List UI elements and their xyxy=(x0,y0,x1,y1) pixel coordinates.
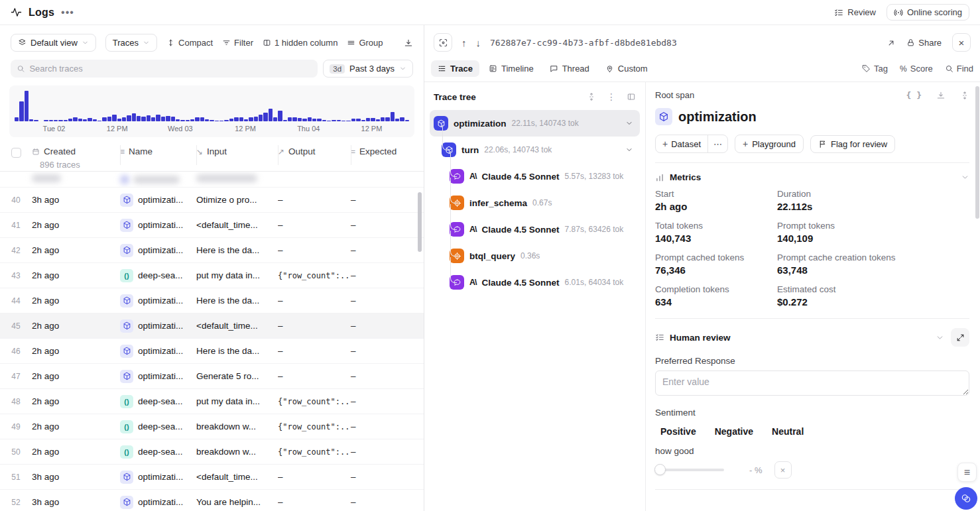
expected-cell: – xyxy=(351,245,424,255)
move-icon[interactable] xyxy=(960,91,969,100)
sentiment-positive-button[interactable]: Positive xyxy=(660,426,696,437)
expand-review-button[interactable] xyxy=(951,328,969,347)
how-good-slider[interactable] xyxy=(655,469,724,471)
chevron-down-icon[interactable] xyxy=(625,146,633,154)
trace-tree-item[interactable]: btql_query 0.36s xyxy=(430,243,640,269)
text-icon: ≡ xyxy=(120,147,125,156)
human-review-section-header[interactable]: Human review xyxy=(655,319,969,353)
score-button[interactable]: % Score xyxy=(900,64,933,74)
filter-button[interactable]: Filter xyxy=(222,38,253,48)
name-cell: () optimizati... xyxy=(120,194,196,207)
chevron-down-icon[interactable] xyxy=(625,119,633,127)
brand-button[interactable] xyxy=(955,487,977,510)
tag-button[interactable]: Tag xyxy=(862,64,888,74)
view-json-button[interactable]: { } xyxy=(906,90,922,100)
table-row[interactable]: 41 2h ago () optimizati... <default_time… xyxy=(0,213,424,238)
histogram-bar xyxy=(117,119,121,121)
histogram-bar xyxy=(171,117,175,121)
table-row[interactable]: 44 2h ago () optimizati... Here is the d… xyxy=(0,288,424,313)
focus-trace-button[interactable] xyxy=(434,33,452,52)
table-header: Created ≡ Name ↘ Input ↗ Output = Expect… xyxy=(0,142,424,172)
clear-score-button[interactable]: × xyxy=(774,461,792,479)
search-traces-box[interactable] xyxy=(11,60,318,78)
table-row[interactable]: 46 2h ago () optimizati... Here is the d… xyxy=(0,339,424,364)
add-to-dataset-button[interactable]: + Dataset xyxy=(656,135,707,152)
trace-tree-item[interactable]: A\ Claude 4.5 Sonnet 7.87s, 63426 tok xyxy=(430,216,640,243)
preferred-response-input[interactable] xyxy=(655,370,969,396)
tree-menu-button[interactable]: ⋮ xyxy=(607,91,616,102)
trace-tree-item[interactable]: A\ Claude 4.5 Sonnet 5.57s, 13283 tok xyxy=(430,163,640,190)
floating-menu-button[interactable]: ≡ xyxy=(957,463,977,482)
next-trace-button[interactable]: ↓ xyxy=(476,37,481,48)
table-row[interactable]: 51 3h ago () optimizati... <default_time… xyxy=(0,465,424,490)
column-header-expected[interactable]: = Expected xyxy=(351,146,424,156)
previous-trace-button[interactable]: ↑ xyxy=(461,37,467,48)
tag-icon xyxy=(862,64,871,73)
metric-item: Prompt cache creation tokens 63,748 xyxy=(777,253,969,276)
column-header-output[interactable]: ↗ Output xyxy=(278,146,351,156)
histogram-bar xyxy=(137,116,141,121)
online-scoring-button[interactable]: Online scoring xyxy=(887,4,969,21)
span-metrics: 6.01s, 64034 tok xyxy=(565,278,624,287)
metric-item: Start 2h ago xyxy=(655,189,777,212)
open-external-button[interactable] xyxy=(887,37,896,48)
panel-icon[interactable] xyxy=(627,92,636,101)
tab-timeline[interactable]: Timeline xyxy=(482,60,540,77)
export-button[interactable] xyxy=(404,38,413,48)
output-cell: – xyxy=(278,245,351,255)
histogram-bar xyxy=(341,121,345,121)
left-scrollbar-thumb[interactable] xyxy=(418,192,422,252)
trace-tree-title: Trace tree xyxy=(434,92,476,102)
open-playground-button[interactable]: + Playground xyxy=(735,135,804,153)
metrics-section-header[interactable]: Metrics xyxy=(655,163,969,189)
view-dropdown[interactable]: Default view xyxy=(11,34,96,52)
span-type-icon: () xyxy=(120,395,133,408)
trace-tree-item[interactable]: A\ Claude 4.5 Sonnet 6.01s, 64034 tok xyxy=(430,269,640,296)
tab-custom[interactable]: Custom xyxy=(599,60,654,77)
column-header-created[interactable]: Created xyxy=(32,146,120,156)
table-row[interactable]: 52 3h ago () optimizati... You are helpi… xyxy=(0,490,424,511)
chevron-down-icon[interactable] xyxy=(936,333,944,342)
hidden-column-button[interactable]: 1 hidden column xyxy=(263,38,337,48)
find-button[interactable]: Find xyxy=(945,64,973,74)
select-all-checkbox[interactable] xyxy=(11,148,21,158)
group-button[interactable]: Group xyxy=(347,38,383,48)
date-range-button[interactable]: 3d Past 3 days xyxy=(323,60,413,78)
close-panel-button[interactable]: × xyxy=(952,33,971,52)
tab-thread[interactable]: Thread xyxy=(543,60,596,77)
traces-dropdown[interactable]: Traces xyxy=(105,34,157,52)
table-row[interactable]: 42 2h ago () optimizati... Here is the d… xyxy=(0,238,424,263)
share-button[interactable]: Share xyxy=(906,38,942,48)
page-menu-button[interactable]: ••• xyxy=(61,7,74,19)
table-row[interactable]: 47 2h ago () optimizati... Generate 5 ro… xyxy=(0,364,424,389)
right-scrollbar-thumb[interactable] xyxy=(975,86,979,219)
table-row[interactable]: 48 2h ago () deep-sea... put my data in.… xyxy=(0,389,424,414)
how-good-value: - xyxy=(749,465,752,475)
table-row[interactable]: 45 2h ago () optimizati... <default_time… xyxy=(0,313,424,339)
dataset-more-button[interactable]: ⋯ xyxy=(707,135,727,152)
table-row[interactable]: 49 2h ago () deep-sea... breakdown w... … xyxy=(0,414,424,439)
table-row[interactable]: 40 3h ago () optimizati... Otimize o pro… xyxy=(0,188,424,213)
traces-histogram[interactable]: Tue 0212 PMWed 0312 PMThu 0412 PM xyxy=(9,85,414,137)
download-icon[interactable] xyxy=(936,91,946,100)
sentiment-negative-button[interactable]: Negative xyxy=(715,426,753,437)
sentiment-neutral-button[interactable]: Neutral xyxy=(772,426,804,437)
search-input[interactable] xyxy=(29,64,312,74)
trace-tree-item[interactable]: infer_schema 0.67s xyxy=(430,190,640,216)
slider-knob[interactable] xyxy=(654,464,666,475)
tab-trace[interactable]: Trace xyxy=(431,60,479,77)
column-header-input[interactable]: ↘ Input xyxy=(196,146,278,156)
table-row[interactable]: 43 2h ago () deep-sea... put my data in.… xyxy=(0,263,424,288)
trace-tree-item[interactable]: optimization 22.11s, 140743 tok xyxy=(430,110,640,137)
chevron-down-icon[interactable] xyxy=(961,173,969,182)
table-row-partial[interactable] xyxy=(0,172,424,188)
flag-for-review-button[interactable]: Flag for review xyxy=(810,135,895,153)
table-row[interactable]: 50 2h ago () deep-sea... breakdown w... … xyxy=(0,439,424,465)
trace-tree-item[interactable]: turn 22.06s, 140743 tok xyxy=(430,137,640,163)
move-icon[interactable] xyxy=(587,92,596,101)
compact-button[interactable]: Compact xyxy=(166,38,213,48)
expected-cell: – xyxy=(351,296,424,306)
review-button[interactable]: Review xyxy=(834,7,876,17)
percent-icon: % xyxy=(900,64,907,74)
column-header-name[interactable]: ≡ Name xyxy=(120,146,196,156)
